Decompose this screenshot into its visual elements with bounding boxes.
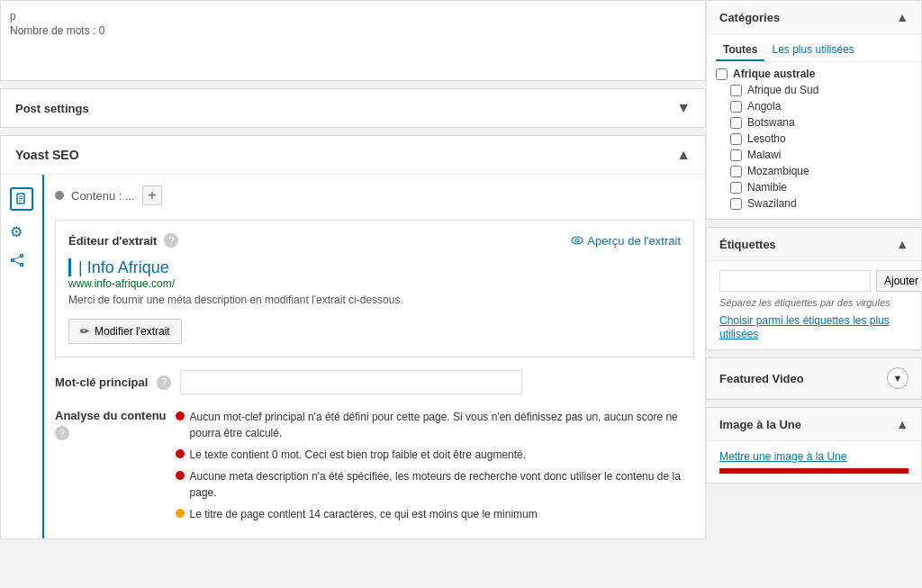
seo-preview: | Info Afrique www.info-afrique.com/ Mer… [68, 258, 681, 306]
image-une-panel: Image à la Une ▲ Mettre une image à la U… [706, 407, 922, 484]
cat-checkbox-botswana[interactable] [730, 117, 742, 129]
mot-cle-label: Mot-clé principal [55, 375, 148, 389]
yoast-title: Yoast SEO [15, 148, 79, 162]
sidebar: Catégories ▲ Toutes Les plus utilisées A… [706, 0, 922, 588]
svg-point-6 [21, 264, 23, 267]
cat-checkbox-afrique-du-sud[interactable] [730, 85, 742, 96]
cat-checkbox-lesotho[interactable] [730, 133, 742, 145]
cat-item-lesotho: Lesotho [716, 132, 912, 145]
image-une-link[interactable]: Mettre une image à la Une [719, 450, 908, 463]
svg-point-5 [12, 259, 14, 262]
cat-checkbox-afrique-australe[interactable] [716, 68, 728, 80]
yoast-section: Yoast SEO ▲ ⚙ [0, 135, 706, 539]
dot-red-icon [176, 471, 185, 480]
yoast-icon-document[interactable] [10, 187, 33, 211]
tab-label: Contenu : ... [71, 189, 135, 203]
post-settings-bar[interactable]: Post settings ▼ [0, 88, 706, 128]
cat-item-malawi: Malawi [716, 149, 912, 161]
extrait-help-icon[interactable]: ? [164, 233, 178, 248]
cat-item-afrique-australe: Afrique australe [716, 68, 912, 80]
apercu-link[interactable]: Aperçu de l'extrait [571, 234, 681, 248]
svg-point-4 [21, 255, 23, 258]
analyse-label: Analyse du contenu [55, 409, 167, 422]
mot-cle-row: Mot-clé principal ? [55, 370, 694, 394]
cat-item-namibie: Namibie [716, 181, 912, 194]
dot-red-icon [176, 412, 185, 421]
analyse-item-2: Le texte contient 0 mot. Ceci est bien t… [176, 447, 694, 463]
modifier-extrait-button[interactable]: ✏ Modifier l'extrait [68, 319, 182, 344]
yoast-body: ⚙ Contenu : ... + [1, 175, 705, 538]
etiquettes-title: Étiquettes [719, 238, 776, 251]
yoast-icon-gear[interactable]: ⚙ [10, 223, 33, 240]
cat-checkbox-namibie[interactable] [730, 182, 742, 194]
analyse-item-4: Le titre de page contient 14 caractères,… [176, 506, 694, 522]
cat-checkbox-mozambique[interactable] [730, 166, 742, 177]
mot-cle-input[interactable] [180, 370, 522, 394]
ajouter-button[interactable]: Ajouter [876, 270, 922, 292]
categories-list: Afrique australe Afrique du Sud Angola B… [707, 62, 921, 219]
categories-panel: Catégories ▲ Toutes Les plus utilisées A… [706, 0, 922, 220]
document-icon [15, 193, 28, 205]
mot-cle-help-icon[interactable]: ? [157, 375, 171, 390]
analyse-item-3: Aucune meta description n'a été spécifié… [176, 468, 694, 501]
cat-item-mozambique: Mozambique [716, 165, 912, 177]
extrait-label: Éditeur d'extrait [68, 234, 157, 248]
etiquettes-hint: Séparez les étiquettes par des virgules [719, 297, 908, 308]
categories-chevron: ▲ [896, 10, 908, 24]
image-une-chevron: ▲ [896, 417, 908, 431]
cat-item-angola: Angola [716, 100, 912, 113]
featured-video-header[interactable]: Featured Video ▼ [707, 358, 921, 399]
extrait-section: Éditeur d'extrait ? Aperçu de l'extrait [55, 220, 694, 357]
tab-add-button[interactable]: + [142, 185, 162, 205]
cat-checkbox-swaziland[interactable] [730, 198, 742, 210]
tab-all[interactable]: Toutes [716, 40, 764, 61]
analyse-list: Aucun mot-clef principal n'a été défini … [176, 409, 694, 528]
seo-url: www.info-afrique.com/ [68, 277, 681, 290]
chevron-down-icon: ▼ [893, 373, 903, 384]
yoast-left-icons: ⚙ [1, 175, 44, 538]
featured-video-panel: Featured Video ▼ [706, 357, 922, 400]
cat-checkbox-malawi[interactable] [730, 149, 742, 161]
editor-top: p Nombre de mots : 0 [0, 0, 706, 81]
word-count: Nombre de mots : 0 [10, 24, 696, 37]
svg-point-10 [575, 239, 579, 242]
analyse-item-1: Aucun mot-clef principal n'a été défini … [176, 409, 694, 441]
svg-line-8 [14, 261, 20, 264]
post-settings-label: Post settings [15, 102, 89, 115]
featured-video-collapse-button[interactable]: ▼ [887, 367, 908, 389]
cat-checkbox-angola[interactable] [730, 101, 742, 113]
apercu-label: Aperçu de l'extrait [587, 234, 681, 248]
cat-item-afrique-du-sud: Afrique du Sud [716, 84, 912, 96]
tab-used[interactable]: Les plus utilisées [764, 40, 861, 61]
post-settings-chevron: ▼ [676, 100, 691, 116]
image-une-title: Image à la Une [719, 418, 801, 431]
etiquettes-popular-link[interactable]: Choisir parmi les étiquettes les plus ut… [719, 314, 890, 340]
etiquettes-input-row: Ajouter [719, 270, 908, 292]
cat-item-botswana: Botswana [716, 116, 912, 129]
etiquettes-body: Ajouter Séparez les étiquettes par des v… [707, 261, 921, 349]
image-une-header[interactable]: Image à la Une ▲ [707, 408, 921, 441]
seo-site-name: | Info Afrique [68, 258, 681, 277]
svg-line-7 [14, 257, 20, 259]
yoast-chevron: ▲ [676, 147, 691, 163]
seo-description: Merci de fournir une méta description en… [68, 294, 681, 306]
analyse-left: Analyse du contenu ? [55, 409, 167, 528]
analyse-section: Analyse du contenu ? Aucun mot-clef prin… [55, 409, 694, 528]
yoast-content: Contenu : ... + Éditeur d'extrait ? [44, 175, 705, 538]
etiquettes-chevron: ▲ [896, 237, 908, 251]
dot-red-icon [176, 449, 185, 458]
categories-header[interactable]: Catégories ▲ [707, 1, 921, 34]
tab-dot [55, 191, 64, 200]
image-une-body: Mettre une image à la Une [707, 441, 921, 483]
analyse-help-icon[interactable]: ? [55, 426, 69, 440]
categories-title: Catégories [719, 11, 780, 24]
yoast-icon-share[interactable] [10, 253, 33, 271]
etiquettes-header[interactable]: Étiquettes ▲ [707, 228, 921, 261]
etiquettes-panel: Étiquettes ▲ Ajouter Séparez les étiquet… [706, 227, 922, 350]
image-une-placeholder [719, 468, 908, 474]
svg-point-9 [572, 237, 583, 244]
yoast-header[interactable]: Yoast SEO ▲ [1, 136, 705, 175]
yoast-tabs-row: Contenu : ... + [55, 185, 694, 205]
etiquettes-input[interactable] [719, 270, 871, 292]
extrait-header: Éditeur d'extrait ? Aperçu de l'extrait [68, 233, 681, 248]
